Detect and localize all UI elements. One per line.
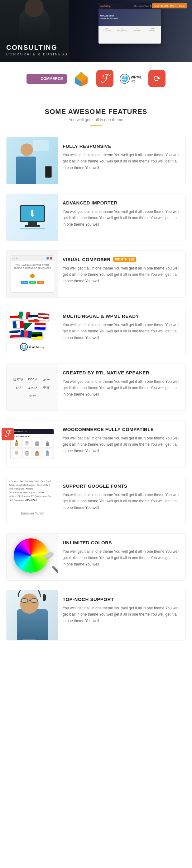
importer-monitor-icon: ⬇ — [20, 205, 45, 229]
svg-rect-15 — [46, 443, 49, 446]
lang-chinese: 中文 — [40, 384, 53, 391]
feature-wpml: 🌐 ⊙ WPML .org MULTILINGUAL & WPML READY … — [6, 307, 186, 354]
feature-importer-desc: You well get it all in one theme You wel… — [63, 209, 181, 227]
svg-point-17 — [15, 451, 18, 455]
refresh-icon: ⟳ — [148, 70, 165, 87]
support-person-image — [12, 590, 53, 640]
feature-support-desc: You well get it all in one theme You wel… — [63, 605, 181, 624]
composer-btn-save[interactable]: Save — [37, 281, 44, 284]
feature-colors-image — [6, 534, 58, 581]
features-section: SOME AWESOME FEATURES You well get it al… — [0, 95, 192, 662]
feature-support-image — [6, 590, 58, 640]
feature-colors: UNLIMITED COLORS You well get it all in … — [6, 533, 186, 581]
lang-farsi: فارسی — [26, 384, 39, 391]
woo-product-6 — [23, 448, 32, 457]
fontscript-plugin: ℱ — [96, 70, 113, 87]
svg-rect-18 — [25, 451, 29, 456]
feature-rtl-title: CREATED BY RTL NATIVE SPEAKER — [63, 370, 181, 375]
color-wheel-container — [14, 538, 51, 576]
lang-japanese: 日本語 — [12, 376, 25, 383]
feature-woocommerce-title: WOOCOMMERCE FULLY COMPATIBLE — [63, 427, 181, 432]
woo-product-4 — [43, 439, 52, 447]
feature-composer-image: V + ⊞ YOU HAVE BLANK PAGE START ADDING C… — [6, 251, 58, 297]
feature-rtl-content: CREATED BY RTL NATIVE SPEAKER You well g… — [58, 364, 186, 410]
features-header: SOME AWESOME FEATURES You well get it al… — [6, 108, 186, 126]
feature-fonts-image: s Caption Exo Pathway Gothic One Quel fa… — [6, 477, 58, 524]
script-f-icon: ℱ — [96, 70, 113, 87]
lang-empty1 — [12, 393, 25, 398]
hero-title: CONSULTING — [6, 43, 68, 52]
feature-responsive-content: FULLY RESPONSIVE You well get it all in … — [58, 137, 186, 184]
svg-point-12 — [26, 441, 28, 443]
preview-logo: confulting — [100, 5, 111, 7]
feature-importer-title: ADVANCED IMPORTER — [63, 200, 181, 206]
woo-product-7 — [33, 448, 42, 457]
feature-woocommerce: LATEST PRODUCTS LATEST PRODUCTS — [6, 420, 186, 467]
woo-product-3 — [33, 439, 42, 447]
preview-hero-line2: BUSINESS WITH US — [100, 18, 118, 20]
svg-rect-13 — [35, 442, 39, 446]
feature-support-content: TOP-NOCH SUPPORT You well get it all in … — [58, 590, 186, 640]
features-subtitle: You well get it all in one theme — [6, 117, 186, 122]
feature-rtl-image: 日本語 עברית عربي اردو فارسی 中文 יידיש — [6, 364, 58, 410]
woo-products-title: LATEST PRODUCTS — [12, 435, 52, 437]
preview-hero-line1: MANAGE YOUR — [100, 14, 118, 17]
composer-btn-add[interactable]: + Add — [21, 281, 29, 284]
feature-responsive-title: FULLY RESPONSIVE — [63, 144, 181, 149]
feature-responsive-desc: You well get it all in one theme You wel… — [63, 152, 181, 171]
feature-importer: ⬇ ADVANCED IMPORTER You well get it all … — [6, 193, 186, 241]
feature-colors-desc: You well get it all in one theme You wel… — [63, 548, 181, 567]
feature-support: TOP-NOCH SUPPORT You well get it all in … — [6, 590, 186, 641]
lang-urdu: اردو — [12, 384, 25, 391]
feature-composer-title: VISUAL COMPOSER WORTH $28 — [63, 257, 181, 262]
svg-marker-16 — [46, 441, 49, 443]
feature-colors-content: UNLIMITED COLORS You well get it all in … — [58, 534, 186, 581]
feature-rtl: 日本語 עברית عربي اردو فارسی 中文 יידיש CREAT… — [6, 364, 186, 411]
feature-composer: V + ⊞ YOU HAVE BLANK PAGE START ADDING C… — [6, 250, 186, 298]
svg-rect-21 — [36, 451, 38, 453]
feature-responsive: FULLY RESPONSIVE You well get it all in … — [6, 137, 186, 184]
feature-responsive-image — [6, 137, 58, 184]
svg-rect-14 — [36, 441, 39, 442]
feature-fonts-title: SUPPORT GOOGLE FONTS — [63, 483, 181, 489]
svg-rect-22 — [46, 452, 49, 456]
hero-text-block: CONSULTING CORPORATE & BUSINESS — [6, 43, 68, 56]
worth-badge: WORTH $28 — [113, 257, 136, 262]
feature-composer-desc: You well get it all in one theme You wel… — [63, 265, 181, 284]
feature-composer-content: VISUAL COMPOSER WORTH $28 You well get i… — [58, 251, 186, 297]
composer-preview-ui: V + ⊞ YOU HAVE BLANK PAGE START ADDING C… — [10, 255, 54, 292]
feature-rtl-desc: You well get it all in one theme You wel… — [63, 378, 181, 397]
lang-yiddish: יידיש — [26, 393, 39, 398]
fonts-list: s Caption Exo Pathway Gothic One Quel fa… — [9, 479, 55, 520]
wpml-plugin: 🌐 WPML .org — [120, 74, 142, 84]
woo-product-8 — [43, 448, 52, 457]
composer-btn-edit[interactable]: Edit — [29, 281, 35, 284]
feature-support-title: TOP-NOCH SUPPORT — [63, 597, 181, 602]
feature-importer-image: ⬇ — [6, 194, 58, 241]
feature-wpml-image: 🌐 ⊙ WPML .org — [6, 307, 58, 354]
lang-hebrew: עברית — [26, 376, 39, 383]
svg-rect-19 — [26, 451, 28, 452]
flags-display — [6, 310, 58, 341]
feature-woocommerce-content: WOOCOMMERCE FULLY COMPATIBLE You well ge… — [58, 421, 186, 467]
wpml-label: WPML — [131, 75, 142, 80]
refresh-plugin: ⟳ — [148, 70, 165, 87]
woo-product-5 — [12, 448, 22, 457]
feature-colors-title: UNLIMITED COLORS — [63, 540, 181, 545]
feature-importer-content: ADVANCED IMPORTER You well get it all in… — [58, 194, 186, 241]
hero-subtitle: CORPORATE & BUSINESS — [6, 52, 68, 56]
elite-badge: ELITE AUTHOR ITEM — [152, 3, 187, 8]
features-divider — [90, 125, 102, 126]
plugins-section: Woo COMMERCE ℱ 🌐 WPML .org ⟳ — [0, 62, 192, 95]
rtl-languages-grid: 日本語 עברית عربي اردو فارسی 中文 יידיש — [12, 376, 53, 398]
composer-blank-text: YOU HAVE BLANK PAGE START ADDING CONTENT… — [13, 264, 51, 270]
feature-fonts-content: SUPPORT GOOGLE FONTS You well get it all… — [58, 477, 186, 524]
feature-wpml-title: MULTILINGUAL & WPML READY — [63, 313, 181, 319]
cube-plugin — [73, 70, 90, 87]
lang-empty2 — [40, 393, 53, 398]
feature-woocommerce-image: LATEST PRODUCTS LATEST PRODUCTS — [6, 421, 58, 467]
hero-preview-image: confulting Home About Pages Blog Contact… — [99, 3, 161, 43]
hero-section: confulting Home About Pages Blog Contact… — [0, 0, 192, 62]
feature-fonts-desc: You well get it all in one theme You wel… — [63, 492, 181, 511]
svg-rect-10 — [16, 440, 17, 442]
